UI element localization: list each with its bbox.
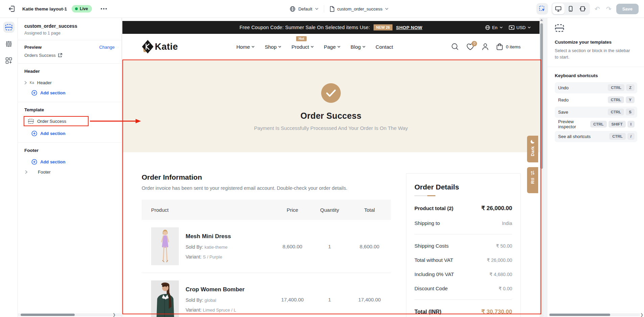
key: CTRL bbox=[609, 133, 626, 140]
plus-circle-icon bbox=[31, 159, 37, 165]
rtl-toggle-button[interactable]: Rtl bbox=[527, 167, 538, 193]
scroll-right-icon[interactable]: ❯ bbox=[640, 313, 643, 317]
key: CTRL bbox=[608, 96, 624, 103]
hero-title: Order Success bbox=[301, 111, 361, 121]
preview-vertical-scrollbar[interactable] bbox=[540, 18, 544, 317]
responsive-view-button[interactable] bbox=[577, 3, 589, 14]
store-logo[interactable]: Katie bbox=[141, 39, 178, 54]
key: Z bbox=[626, 84, 635, 91]
live-badge-label: Live bbox=[80, 6, 88, 11]
shortcut-row-save: Save CTRLS bbox=[555, 107, 637, 118]
sections-icon bbox=[5, 24, 13, 30]
key: SHIFT bbox=[609, 121, 626, 128]
key: / bbox=[627, 133, 635, 140]
blocks-tab-button[interactable] bbox=[3, 55, 15, 66]
detail-row: Total without VAT ₹ 26,000.00 bbox=[414, 257, 512, 263]
mobile-view-button[interactable] bbox=[565, 3, 577, 14]
external-link-icon bbox=[58, 53, 62, 58]
change-preview-link[interactable]: Change bbox=[99, 45, 115, 50]
chevron-right-icon[interactable] bbox=[24, 81, 27, 85]
item-prefix: Ka bbox=[30, 81, 34, 85]
sidebar-item-order-success[interactable]: Order Success bbox=[24, 116, 89, 126]
account-icon[interactable] bbox=[482, 43, 489, 50]
chevron-down-icon bbox=[337, 46, 340, 48]
language-dropdown[interactable]: En bbox=[485, 25, 503, 30]
nav-item-shop[interactable]: Shop bbox=[265, 44, 281, 50]
success-check-icon bbox=[321, 83, 341, 103]
nav-item-page[interactable]: Page bbox=[324, 44, 340, 50]
order-content: Order Information Order invoice has been… bbox=[122, 152, 540, 317]
sections-tab-button[interactable] bbox=[3, 22, 15, 33]
currency-label: USD bbox=[517, 25, 526, 30]
announcement-text: Free Coupon Code: Summer Sale On Selecte… bbox=[240, 25, 370, 30]
assigned-note: Assigned to 1 page bbox=[24, 31, 115, 36]
order-details-title: Order Details bbox=[414, 183, 512, 191]
detail-row: Discount Code ₹ 0.00 bbox=[414, 286, 512, 291]
inspector-toggle-button[interactable] bbox=[536, 3, 548, 15]
wishlist-icon[interactable]: 0 bbox=[466, 43, 474, 50]
more-menu-icon[interactable] bbox=[101, 8, 107, 9]
nav-item-contact[interactable]: Contact bbox=[376, 44, 393, 50]
hero-subtitle: Payment Is Successfully Processsed And Y… bbox=[254, 125, 408, 131]
product-image-crop-women-bomber bbox=[151, 280, 179, 317]
add-section-footer-button[interactable]: Add section bbox=[31, 157, 115, 167]
table-header: Product Price Quantity Total bbox=[142, 200, 391, 220]
currency-dropdown[interactable]: USD bbox=[509, 25, 531, 30]
search-icon[interactable] bbox=[451, 43, 459, 50]
scroll-right-icon[interactable]: ❯ bbox=[113, 313, 116, 317]
cart-button[interactable]: 0 items bbox=[496, 43, 521, 50]
chevron-down-icon bbox=[278, 46, 281, 48]
globe-icon bbox=[290, 6, 295, 12]
inspector-horizontal-scrollbar[interactable] bbox=[549, 313, 640, 316]
redo-icon[interactable]: ↷ bbox=[605, 5, 613, 13]
environment-dropdown[interactable]: Default bbox=[290, 6, 318, 12]
store-logo-text: Katie bbox=[155, 42, 178, 52]
table-row: Crop Women Bomber Sold By: global Varian… bbox=[142, 273, 391, 317]
exit-editor-icon[interactable] bbox=[6, 3, 18, 15]
key: CTRL bbox=[590, 121, 607, 128]
sidebar-item-footer[interactable]: Footer bbox=[25, 167, 115, 177]
nav-item-product[interactable]: Hot Product bbox=[291, 44, 314, 50]
nav-item-home[interactable]: Home bbox=[236, 44, 255, 50]
divider bbox=[547, 67, 644, 67]
chevron-down-icon bbox=[311, 46, 314, 48]
hot-badge: Hot bbox=[296, 36, 307, 41]
banknote-icon bbox=[509, 25, 515, 30]
chevron-down-icon bbox=[362, 46, 365, 48]
undo-icon[interactable]: ↶ bbox=[593, 5, 601, 13]
dark-mode-button[interactable]: Dark bbox=[527, 136, 538, 162]
page-dropdown[interactable]: custom_order_success bbox=[330, 6, 389, 12]
sections-sidebar: custom_order_success Assigned to 1 page … bbox=[18, 18, 122, 317]
order-information-description: Order invoice has been sent to your regi… bbox=[142, 185, 391, 191]
sidebar-group-header: Header Ka Header Add section bbox=[18, 64, 121, 102]
live-badge: Live bbox=[72, 5, 92, 13]
add-section-header-button[interactable]: Add section bbox=[31, 88, 115, 98]
key: Y bbox=[626, 96, 635, 103]
desktop-view-button[interactable] bbox=[552, 3, 565, 14]
nav-item-blog[interactable]: Blog bbox=[351, 44, 365, 50]
scroll-up-icon[interactable] bbox=[540, 19, 543, 21]
item-price: 17,400.00 bbox=[274, 297, 311, 302]
table-row: Mesh Mini Dress Sold By: katie-theme Var… bbox=[142, 220, 391, 273]
detail-row: Including 0% VAT ₹ 4,680.00 bbox=[414, 271, 512, 277]
save-button[interactable]: Save bbox=[616, 4, 639, 14]
open-preview-link[interactable]: Orders Success bbox=[24, 53, 115, 58]
sidebar-item-header[interactable]: Ka Header bbox=[24, 77, 115, 88]
language-label: En bbox=[492, 25, 498, 30]
environment-label: Default bbox=[298, 6, 312, 12]
column-quantity: Quantity bbox=[311, 207, 348, 213]
shop-now-link[interactable]: SHOP NOW bbox=[396, 25, 422, 30]
title-underline bbox=[414, 195, 435, 196]
store-navbar: Katie Home Shop Hot Product Page Blog Co… bbox=[122, 34, 540, 60]
add-section-template-button[interactable]: Add section bbox=[31, 128, 115, 138]
chevron-right-icon[interactable] bbox=[25, 170, 27, 174]
column-total: Total bbox=[348, 207, 391, 213]
preview-link-label: Orders Success bbox=[24, 53, 55, 58]
shortcut-row-redo: Redo CTRLY bbox=[555, 94, 637, 106]
chevron-down-icon bbox=[500, 26, 503, 28]
add-section-label: Add section bbox=[40, 131, 65, 136]
chevron-down-icon bbox=[315, 8, 318, 10]
sidebar-horizontal-scrollbar[interactable] bbox=[18, 313, 122, 316]
divider bbox=[414, 299, 512, 300]
settings-tab-button[interactable] bbox=[3, 38, 15, 49]
